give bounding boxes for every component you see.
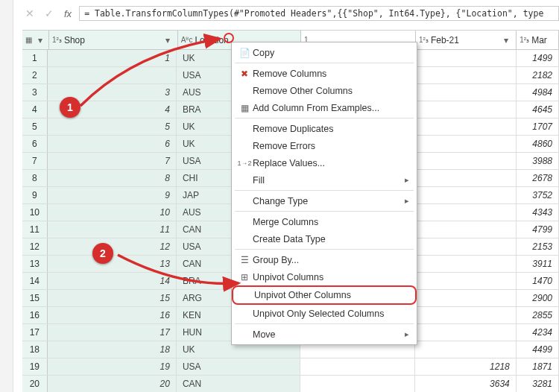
cell-mar[interactable]: 2182 <box>517 67 559 83</box>
cell-shop[interactable]: 1 <box>48 50 177 66</box>
cell-shop[interactable]: 17 <box>48 324 177 341</box>
unpivot-icon: ⊞ <box>236 272 253 282</box>
cell-mar[interactable]: 2855 <box>517 307 559 323</box>
cancel-icon[interactable]: ✕ <box>22 6 37 21</box>
cell-feb[interactable]: 3634 <box>415 376 517 392</box>
chevron-down-icon[interactable]: ▾ <box>499 34 513 47</box>
menu-remove-errors[interactable]: Remove Errors <box>232 137 417 154</box>
column-header-shop[interactable]: 1²₃ Shop ▾ <box>49 31 178 49</box>
cell-mar[interactable]: 3988 <box>517 153 559 169</box>
cell-feb[interactable] <box>415 256 517 272</box>
cell-feb[interactable]: 1218 <box>415 358 517 375</box>
cell-shop[interactable]: 6 <box>48 136 177 152</box>
cell-feb[interactable] <box>415 238 517 255</box>
cell-shop[interactable]: 18 <box>48 341 177 358</box>
cell-mar[interactable]: 3911 <box>517 256 559 272</box>
cell-mar[interactable]: 4343 <box>517 204 559 221</box>
cell-mar[interactable]: 4234 <box>517 324 559 341</box>
column-header-mar[interactable]: 1²₃ Mar <box>517 31 559 49</box>
cell-shop[interactable]: 9 <box>48 187 177 203</box>
cell-shop[interactable]: 11 <box>48 221 177 238</box>
menu-separator <box>235 211 414 212</box>
callout-badge-2: 2 <box>92 243 113 264</box>
row-index: 19 <box>22 358 48 375</box>
cell-mar[interactable]: 1470 <box>517 273 559 289</box>
column-header-feb[interactable]: 1²₃ Feb-21 ▾ <box>416 31 517 49</box>
cell-mar[interactable]: 2153 <box>517 238 559 255</box>
cell-mar[interactable]: 2900 <box>517 290 559 306</box>
cell-feb[interactable] <box>415 50 517 66</box>
cell-shop[interactable]: 20 <box>48 376 177 392</box>
cell-location[interactable]: CAN <box>177 376 300 392</box>
cell-hidden[interactable] <box>300 358 415 375</box>
cell-hidden[interactable] <box>300 376 415 392</box>
menu-replace-values[interactable]: 1→2Replace Values... <box>232 154 417 171</box>
cell-shop[interactable]: 10 <box>48 204 177 221</box>
remove-icon: ✖ <box>236 69 253 79</box>
cell-shop[interactable]: 19 <box>48 358 177 375</box>
cell-mar[interactable]: 4799 <box>517 221 559 238</box>
cell-feb[interactable] <box>415 290 517 306</box>
formula-input[interactable] <box>79 6 559 21</box>
cell-feb[interactable] <box>415 341 517 358</box>
menu-fill[interactable]: Fill▸ <box>232 171 417 189</box>
table-row[interactable]: 1919USA12181871 <box>22 358 559 376</box>
row-index: 4 <box>22 101 48 118</box>
menu-unpivot-only-selected[interactable]: Unpivot Only Selected Columns <box>232 305 417 322</box>
cell-feb[interactable] <box>415 273 517 289</box>
cell-mar[interactable]: 2678 <box>517 170 559 186</box>
cell-mar[interactable]: 4860 <box>517 136 559 152</box>
menu-change-type[interactable]: Change Type▸ <box>232 192 417 209</box>
cell-shop[interactable] <box>48 67 177 83</box>
cell-feb[interactable] <box>415 221 517 238</box>
menu-create-data-type[interactable]: Create Data Type <box>232 230 417 247</box>
menu-group-by[interactable]: ☰Group By... <box>232 251 417 268</box>
menu-copy[interactable]: 📄Copy <box>232 44 417 61</box>
cell-feb[interactable] <box>415 204 517 221</box>
cell-shop[interactable]: 14 <box>48 273 177 289</box>
row-index: 10 <box>22 204 48 221</box>
confirm-icon[interactable]: ✓ <box>42 6 57 21</box>
menu-remove-columns[interactable]: ✖Remove Columns <box>232 65 417 82</box>
cell-mar[interactable]: 1499 <box>517 50 559 66</box>
cell-mar[interactable]: 1707 <box>517 118 559 135</box>
text-type-icon: Aᴮc <box>181 36 193 44</box>
table-row[interactable]: 2020CAN36343281 <box>22 376 559 392</box>
cell-mar[interactable]: 4645 <box>517 101 559 118</box>
cell-feb[interactable] <box>415 136 517 152</box>
cell-mar[interactable]: 3752 <box>517 187 559 203</box>
cell-mar[interactable]: 1871 <box>517 358 559 375</box>
cell-shop[interactable]: 15 <box>48 290 177 306</box>
cell-feb[interactable] <box>415 118 517 135</box>
menu-unpivot-columns[interactable]: ⊞Unpivot Columns <box>232 268 417 285</box>
cell-feb[interactable] <box>415 170 517 186</box>
cell-shop[interactable]: 8 <box>48 170 177 186</box>
menu-move[interactable]: Move▸ <box>232 326 417 343</box>
cell-mar[interactable]: 4499 <box>517 341 559 358</box>
menu-unpivot-other-columns[interactable]: Unpivot Other Columns <box>232 285 417 305</box>
replace-icon: 1→2 <box>236 159 253 167</box>
row-index-header[interactable]: ▦ ▾ <box>22 31 49 49</box>
cell-feb[interactable] <box>415 307 517 323</box>
cell-shop[interactable]: 7 <box>48 153 177 169</box>
cell-feb[interactable] <box>415 153 517 169</box>
group-icon: ☰ <box>236 255 253 265</box>
menu-separator <box>235 190 414 191</box>
cell-mar[interactable]: 4984 <box>517 84 559 101</box>
cell-feb[interactable] <box>415 67 517 83</box>
cell-feb[interactable] <box>415 324 517 341</box>
cell-feb[interactable] <box>415 101 517 118</box>
menu-remove-duplicates[interactable]: Remove Duplicates <box>232 120 417 137</box>
chevron-down-icon[interactable]: ▾ <box>161 34 174 47</box>
cell-location[interactable]: USA <box>177 358 300 375</box>
chevron-down-icon[interactable]: ▾ <box>34 34 45 47</box>
cell-feb[interactable] <box>415 84 517 101</box>
cell-mar[interactable]: 3281 <box>517 376 559 392</box>
row-index: 12 <box>22 238 48 255</box>
cell-shop[interactable]: 16 <box>48 307 177 323</box>
cell-shop[interactable]: 5 <box>48 118 177 135</box>
menu-add-column-from-examples[interactable]: ▦Add Column From Examples... <box>232 99 417 116</box>
menu-merge-columns[interactable]: Merge Columns <box>232 213 417 230</box>
menu-remove-other-columns[interactable]: Remove Other Columns <box>232 82 417 99</box>
cell-feb[interactable] <box>415 187 517 203</box>
